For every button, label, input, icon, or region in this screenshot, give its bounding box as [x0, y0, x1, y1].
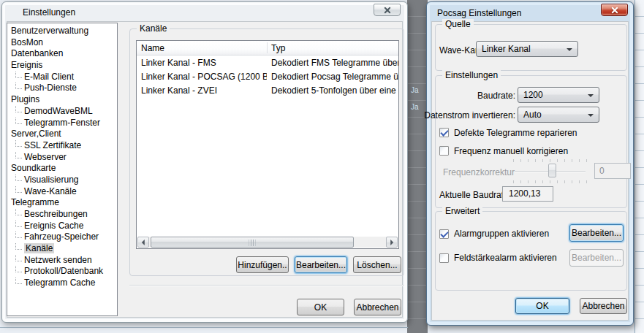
- tree-item-label: BosMon: [11, 37, 43, 47]
- table-header[interactable]: Name Typ: [137, 41, 398, 56]
- datenstrom-dropdown[interactable]: Auto: [518, 107, 599, 123]
- settings-ok-button[interactable]: OK: [297, 299, 344, 315]
- tree-item-label: E-Mail Client: [24, 72, 74, 82]
- aktuelle-baudrate-label: Aktuelle Baudrate:: [439, 190, 511, 200]
- tree-item-label: Kanäle: [24, 243, 54, 253]
- frequenz-manuell-checkbox[interactable]: [439, 146, 449, 156]
- tree-item-label: Protokoll/Datenbank: [24, 266, 103, 276]
- tree-item[interactable]: Plugins: [7, 94, 117, 106]
- settings-cancel-button[interactable]: Abbrechen: [354, 299, 401, 315]
- pocsag-ok-button[interactable]: OK: [515, 298, 569, 314]
- baudrate-dropdown[interactable]: 1200: [518, 87, 599, 103]
- cell-typ: Dekodiert 5-Tonfolgen über eine Soundk: [267, 84, 398, 98]
- tree-item-label: Ereignis: [11, 60, 42, 70]
- alarmgruppen-bearbeiten-button[interactable]: Bearbeiten...: [569, 224, 624, 242]
- einstellungen-group-label: Einstellungen: [442, 70, 501, 80]
- tree-connector-icon: [15, 255, 22, 261]
- tree-item[interactable]: Ereignis Cache: [7, 221, 117, 232]
- column-header-typ[interactable]: Typ: [271, 43, 285, 53]
- tree-item[interactable]: Kanäle: [7, 243, 117, 255]
- tree-item[interactable]: DemodWaveBML: [7, 106, 117, 118]
- tree-item[interactable]: Datenbanken: [7, 48, 117, 60]
- alarmgruppen-label[interactable]: Alarmgruppen aktivieren: [454, 229, 549, 239]
- horizontal-scrollbar[interactable]: [137, 237, 398, 248]
- tree-item[interactable]: Server,Client: [7, 129, 117, 140]
- datenstrom-value: Auto: [523, 110, 542, 120]
- alarmgruppen-checkbox[interactable]: [439, 229, 449, 239]
- tree-item[interactable]: Benutzerverwaltung: [7, 26, 117, 37]
- tree-item-label: Server,Client: [11, 129, 61, 139]
- slider-thumb: [548, 164, 556, 177]
- background-table: [634, 0, 644, 333]
- pocsag-cancel-button[interactable]: Abbrechen: [580, 298, 627, 314]
- settings-dialog: Einstellungen BenutzerverwaltungBosMonDa…: [1, 1, 408, 323]
- tree-connector-icon: [15, 266, 22, 272]
- tree-item[interactable]: SSL Zertifikate: [7, 140, 117, 152]
- tree-item-label: Push-Dienste: [24, 83, 77, 93]
- scrollbar-grip-icon: [249, 240, 256, 246]
- tree-connector-icon: [15, 140, 22, 147]
- tree-item[interactable]: Telegramme: [7, 197, 117, 209]
- frequenzkorrektur-label: Frequenzkorrektur: [443, 167, 515, 177]
- tree-connector-icon: [15, 83, 22, 89]
- table-rows: Linker Kanal - FMSDekodiert FMS Telegram…: [137, 56, 398, 98]
- tree-item[interactable]: Push-Dienste: [7, 83, 117, 94]
- footer-separator: [129, 285, 404, 286]
- tree-item[interactable]: Visualisierung: [7, 175, 117, 186]
- table-row[interactable]: Linker Kanal - ZVEIDekodiert 5-Tonfolgen…: [137, 84, 398, 98]
- tree-item[interactable]: Telegramm-Fenster: [7, 118, 117, 129]
- baudrate-value: 1200: [523, 90, 543, 100]
- tree-item-label: Telegramm-Fenster: [24, 118, 100, 128]
- column-header-name[interactable]: Name: [141, 43, 164, 53]
- defekte-telegramme-checkbox[interactable]: [439, 128, 449, 137]
- cell-name: Linker Kanal - ZVEI: [137, 84, 267, 98]
- tree-item[interactable]: BosMon: [7, 37, 117, 49]
- tree-item[interactable]: Wave-Kanäle: [7, 186, 117, 198]
- tree-connector-icon: [15, 186, 22, 193]
- tree-item-label: DemodWaveBML: [24, 106, 93, 116]
- tree-item-label: SSL Zertifikate: [24, 140, 81, 150]
- background-cell-value: Ja: [411, 86, 419, 94]
- frequenz-manuell-label[interactable]: Frequenz manuell korrigieren: [454, 146, 568, 156]
- tree-item-label: Telegramme: [11, 197, 59, 207]
- tree-item[interactable]: Beschreibungen: [7, 209, 117, 221]
- cell-typ: Dekodiert Pocsag Telegramme über eine: [267, 70, 398, 84]
- defekte-telegramme-label[interactable]: Defekte Telegramme reparieren: [454, 128, 577, 138]
- settings-titlebar[interactable]: Einstellungen: [2, 2, 407, 21]
- quelle-group-label: Quelle: [442, 19, 474, 29]
- frequenzkorrektur-value-field: 0: [594, 163, 631, 179]
- kanaele-group-label: Kanäle: [137, 23, 170, 34]
- table-row[interactable]: Linker Kanal - FMSDekodiert FMS Telegram…: [137, 56, 398, 70]
- channels-table[interactable]: Name Typ Linker Kanal - FMSDekodiert FMS…: [136, 40, 399, 249]
- scrollbar-thumb[interactable]: [151, 237, 354, 248]
- tree-connector-icon: [15, 175, 22, 181]
- tree-item[interactable]: Ereignis: [7, 60, 117, 72]
- tree-item[interactable]: Protokoll/Datenbank: [7, 266, 117, 278]
- loeschen-button[interactable]: Löschen...: [353, 256, 401, 273]
- table-row[interactable]: Linker Kanal - POCSAG (1200 Baud)Dekodie…: [137, 70, 398, 84]
- tree-item-label: Soundkarte: [11, 163, 56, 173]
- cell-typ: Dekodiert FMS Telegramme über eine S: [267, 56, 398, 70]
- tree-item[interactable]: Fahrzeug-Speicher: [7, 231, 117, 243]
- close-icon: [610, 6, 619, 15]
- tree-item[interactable]: Webserver: [7, 152, 117, 164]
- pocsag-close-button[interactable]: [601, 4, 628, 16]
- tree-connector-icon: [15, 72, 22, 78]
- hinzufuegen-button[interactable]: Hinzufügen..: [236, 256, 289, 273]
- bearbeiten-button[interactable]: Bearbeiten...: [295, 256, 347, 273]
- tree-item[interactable]: Netzwerk senden: [7, 255, 117, 267]
- feldstaerke-label[interactable]: Feldstärkealarm aktivieren: [454, 253, 557, 263]
- settings-close-button[interactable]: [374, 4, 401, 16]
- settings-tree[interactable]: BenutzerverwaltungBosMonDatenbankenEreig…: [7, 23, 118, 316]
- tree-item[interactable]: Telegramm Cache: [7, 278, 117, 289]
- tree-item-label: Benutzerverwaltung: [11, 26, 88, 36]
- tree-item[interactable]: Soundkarte: [7, 163, 117, 175]
- tree-connector-icon: [15, 231, 22, 238]
- slider-ticks-bottom: [513, 180, 588, 183]
- feldstaerke-checkbox[interactable]: [439, 253, 449, 263]
- tree-item-label: Telegramm Cache: [24, 278, 95, 288]
- wave-kanal-dropdown[interactable]: Linker Kanal: [476, 41, 578, 57]
- tree-item[interactable]: E-Mail Client: [7, 72, 117, 83]
- scroll-right-button[interactable]: [386, 237, 398, 248]
- scroll-left-button[interactable]: [137, 237, 149, 248]
